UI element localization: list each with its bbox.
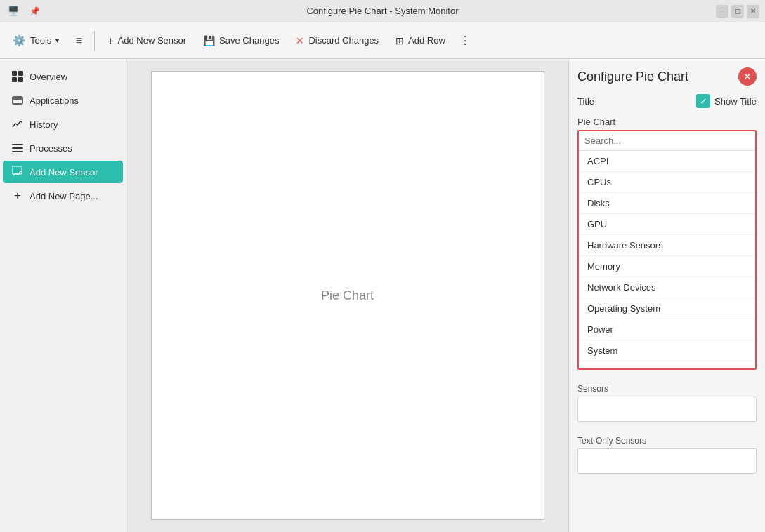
sidebar: Overview Applications History Processes …	[0, 59, 126, 532]
sensors-label: Sensors	[577, 384, 757, 394]
title-bar: 🖥️ 📌 Configure Pie Chart - System Monito…	[0, 0, 765, 22]
sidebar-item-add-new-sensor-label: Add New Sensor	[30, 167, 98, 178]
svg-rect-1	[18, 71, 23, 76]
tools-label: Tools	[30, 35, 51, 46]
toolbar-more-button[interactable]: ⋮	[455, 31, 475, 51]
tools-icon: ⚙️	[13, 34, 26, 47]
title-row: Title Show Title	[577, 94, 757, 108]
sensors-section: Sensors	[577, 378, 757, 422]
svg-rect-4	[13, 97, 22, 104]
tools-chevron-icon: ▾	[55, 36, 59, 44]
sidebar-item-processes[interactable]: Processes	[3, 137, 123, 159]
sidebar-item-applications[interactable]: Applications	[3, 89, 123, 112]
window-title: Configure Pie Chart - System Monitor	[306, 6, 458, 16]
svg-rect-9	[12, 166, 22, 174]
add-sensor-label: Add New Sensor	[118, 35, 187, 46]
dropdown-item-uptime[interactable]: Uptime	[579, 361, 755, 368]
sensors-box	[577, 397, 757, 422]
toolbar: ⚙️ Tools ▾ ≡ + Add New Sensor 💾 Save Cha…	[0, 22, 765, 59]
text-only-sensors-section: Text-Only Sensors	[577, 430, 757, 474]
app-icon: 🖥️	[6, 4, 21, 19]
right-panel: Configure Pie Chart ✕ Title Show Title P…	[568, 59, 765, 532]
svg-rect-8	[12, 151, 23, 152]
main-layout: Overview Applications History Processes …	[0, 59, 765, 532]
dropdown-item-operating-system[interactable]: Operating System	[579, 298, 755, 319]
close-button[interactable]: ✕	[747, 5, 759, 18]
toolbar-separator-1	[94, 31, 95, 51]
sidebar-item-overview-label: Overview	[30, 72, 67, 82]
dropdown-item-gpu[interactable]: GPU	[579, 214, 755, 235]
save-changes-label: Save Changes	[219, 35, 279, 46]
dropdown-item-memory[interactable]: Memory	[579, 256, 755, 277]
processes-icon	[11, 142, 24, 154]
dropdown-item-power[interactable]: Power	[579, 319, 755, 340]
sidebar-item-history-label: History	[30, 119, 58, 130]
add-new-page-icon: +	[11, 189, 24, 202]
sidebar-item-applications-label: Applications	[30, 95, 79, 106]
chart-title: Pie Chart	[321, 288, 374, 303]
title-bar-left: 🖥️ 📌	[6, 4, 42, 19]
sidebar-item-overview[interactable]: Overview	[3, 65, 123, 88]
window-controls: ─ ◻ ✕	[716, 5, 759, 18]
sensor-dropdown: ACPI CPUs Disks GPU Hardware Sensors Mem…	[577, 130, 757, 370]
applications-icon	[11, 94, 24, 107]
sidebar-item-history[interactable]: History	[3, 113, 123, 135]
svg-rect-0	[12, 71, 17, 76]
minimize-button[interactable]: ─	[716, 5, 728, 18]
chart-canvas: Pie Chart	[151, 71, 544, 520]
sidebar-item-add-new-page-label: Add New Page...	[30, 191, 98, 201]
dropdown-list: ACPI CPUs Disks GPU Hardware Sensors Mem…	[579, 151, 755, 368]
dropdown-item-cpus[interactable]: CPUs	[579, 172, 755, 193]
title-label: Title	[577, 96, 594, 107]
show-title-label: Show Title	[714, 96, 757, 107]
restore-button[interactable]: ◻	[731, 5, 744, 18]
discard-icon: ✕	[296, 35, 304, 46]
svg-rect-7	[12, 147, 23, 149]
content-area: Pie Chart	[126, 59, 568, 532]
text-only-sensors-label: Text-Only Sensors	[577, 436, 757, 446]
panel-header: Configure Pie Chart	[577, 69, 688, 84]
hamburger-button[interactable]: ≡	[69, 31, 89, 51]
svg-rect-3	[18, 77, 23, 82]
add-row-icon: ⊞	[395, 35, 404, 46]
add-sensor-button[interactable]: + Add New Sensor	[100, 32, 193, 50]
sidebar-item-add-new-sensor[interactable]: Add New Sensor	[3, 161, 123, 183]
dropdown-item-disks[interactable]: Disks	[579, 193, 755, 214]
show-title-checkbox[interactable]	[696, 94, 710, 108]
add-row-label: Add Row	[408, 35, 445, 46]
pin-icon: 📌	[27, 4, 42, 19]
dropdown-item-network-devices[interactable]: Network Devices	[579, 277, 755, 298]
svg-rect-6	[12, 144, 23, 145]
pie-chart-section: Pie Chart ACPI CPUs Disks GPU Hardware S…	[577, 117, 757, 370]
pie-chart-label: Pie Chart	[577, 117, 757, 127]
svg-rect-2	[12, 77, 17, 82]
text-sensors-box	[577, 448, 757, 474]
overview-icon	[11, 70, 24, 83]
show-title-toggle[interactable]: Show Title	[696, 94, 757, 108]
search-input[interactable]	[579, 131, 755, 151]
save-changes-button[interactable]: 💾 Save Changes	[196, 32, 286, 50]
discard-changes-button[interactable]: ✕ Discard Changes	[289, 32, 386, 50]
dropdown-item-acpi[interactable]: ACPI	[579, 151, 755, 172]
sidebar-item-processes-label: Processes	[30, 143, 72, 154]
add-row-button[interactable]: ⊞ Add Row	[388, 32, 452, 50]
panel-close-icon: ✕	[743, 71, 752, 82]
dropdown-item-hardware-sensors[interactable]: Hardware Sensors	[579, 235, 755, 256]
discard-changes-label: Discard Changes	[308, 35, 379, 46]
tools-button[interactable]: ⚙️ Tools ▾	[6, 31, 66, 51]
panel-close-button[interactable]: ✕	[738, 67, 757, 86]
save-icon: 💾	[203, 35, 215, 46]
dropdown-item-system[interactable]: System	[579, 340, 755, 361]
add-sensor-icon: +	[107, 35, 113, 46]
add-new-sensor-icon	[11, 166, 24, 178]
history-icon	[11, 118, 24, 131]
sidebar-item-add-new-page[interactable]: + Add New Page...	[3, 185, 123, 207]
